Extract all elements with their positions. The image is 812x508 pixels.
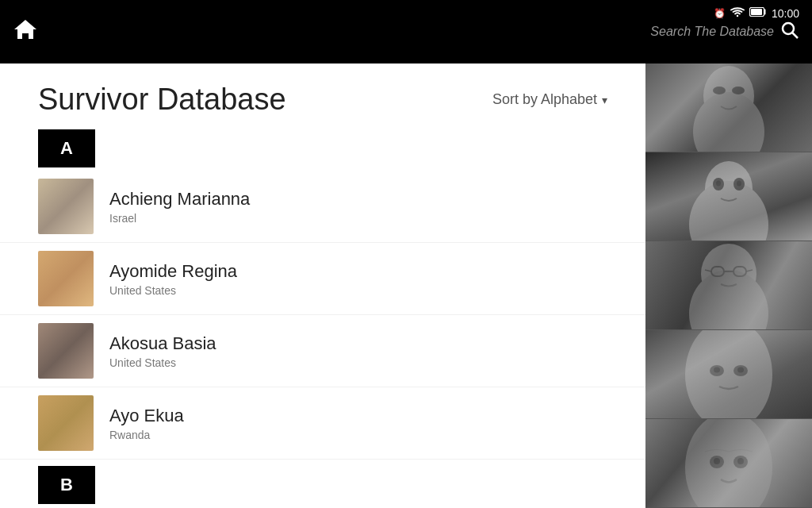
search-placeholder-label: Search The Database [650,25,774,39]
svg-point-0 [783,23,794,34]
person-country: Israel [109,212,250,225]
strip-photo-5 [645,419,812,508]
avatar [38,395,94,451]
top-bar: Search The Database ⏰ 10:00 [0,0,812,64]
person-country: United States [109,284,237,297]
alpha-section-b: B [0,466,645,504]
svg-point-7 [732,87,745,94]
avatar [38,323,94,379]
avatar [38,251,94,306]
svg-point-25 [737,367,744,372]
person-info: Ayomide Regina United States [109,261,237,297]
list-item[interactable]: Ayo Ekua Rwanda [0,387,645,460]
strip-photo-3 [645,241,812,330]
person-name: Achieng Marianna [109,189,250,210]
svg-rect-3 [751,9,762,15]
list-item[interactable]: Ayomide Regina United States [0,243,645,315]
main-layout: Survivor Database Sort by Alphabet ▾ A A… [0,64,812,508]
status-bar: ⏰ 10:00 [714,6,799,20]
svg-point-21 [685,330,772,419]
svg-point-12 [716,180,721,186]
svg-point-9 [689,181,768,242]
clock-display: 10:00 [772,7,799,20]
search-area[interactable]: Search The Database [650,21,799,44]
sort-dropdown[interactable]: Sort by Alphabet ▾ [492,91,607,108]
avatar [38,179,94,234]
svg-point-13 [737,180,741,186]
home-button[interactable] [13,17,38,48]
person-info: Akosua Basia United States [109,333,216,369]
person-country: Rwanda [109,429,184,441]
svg-point-24 [714,367,720,372]
list-item[interactable]: Achieng Marianna Israel [0,171,645,243]
svg-point-6 [713,87,726,94]
wifi-icon [730,6,745,20]
person-name: Ayo Ekua [109,406,184,426]
search-button[interactable] [780,21,799,44]
svg-point-15 [689,270,768,331]
person-name: Akosua Basia [109,333,216,354]
right-photo-strip [645,64,812,508]
list-item[interactable]: Akosua Basia United States [0,315,645,387]
person-info: Ayo Ekua Rwanda [109,406,184,441]
page-title: Survivor Database [38,83,286,117]
alpha-section-a: A Achieng Marianna Israel Ayomide Regina… [0,129,645,460]
person-country: United States [109,356,216,369]
strip-photo-1 [645,64,812,152]
sort-label: Sort by Alphabet [492,91,597,108]
svg-point-30 [737,458,744,464]
list-header: Survivor Database Sort by Alphabet ▾ [0,64,645,129]
svg-line-1 [792,33,798,38]
strip-photo-4 [645,330,812,419]
svg-point-29 [714,458,720,464]
chevron-down-icon: ▾ [602,94,607,106]
alarm-icon: ⏰ [714,8,726,19]
person-name: Ayomide Regina [109,261,237,282]
strip-photo-2 [645,152,812,241]
alpha-header-a: A [38,129,95,167]
alpha-header-b: B [38,466,95,504]
left-content: Survivor Database Sort by Alphabet ▾ A A… [0,64,645,508]
person-info: Achieng Marianna Israel [109,189,250,225]
svg-point-26 [685,419,772,508]
battery-icon [749,7,767,19]
